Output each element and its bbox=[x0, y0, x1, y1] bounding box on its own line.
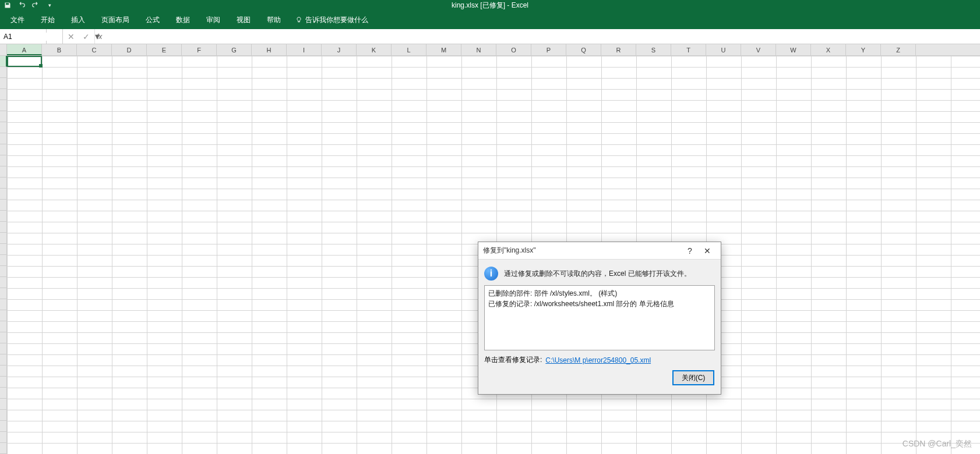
column-header[interactable]: J bbox=[322, 44, 357, 55]
row-header[interactable] bbox=[0, 321, 7, 332]
column-header[interactable]: K bbox=[357, 44, 392, 55]
column-header[interactable]: N bbox=[461, 44, 496, 55]
row-header[interactable] bbox=[0, 78, 7, 89]
quick-access-toolbar: ▾ bbox=[0, 1, 55, 9]
column-header[interactable]: X bbox=[811, 44, 846, 55]
row-header[interactable] bbox=[0, 288, 7, 299]
column-header[interactable]: M bbox=[426, 44, 461, 55]
column-header[interactable]: Q bbox=[566, 44, 601, 55]
row-header[interactable] bbox=[0, 354, 7, 366]
row-header[interactable] bbox=[0, 399, 7, 410]
column-header[interactable]: S bbox=[636, 44, 671, 55]
column-headers: ABCDEFGHIJKLMNOPQRSTUVWXYZ bbox=[7, 44, 980, 56]
formula-bar: ▾ ✕ ✓ fx bbox=[0, 29, 980, 44]
column-header[interactable]: B bbox=[42, 44, 77, 55]
dialog-link-label: 单击查看修复记录: bbox=[484, 355, 542, 365]
row-header[interactable] bbox=[0, 222, 7, 233]
dialog-titlebar[interactable]: 修复到"king.xlsx" ? ✕ bbox=[478, 242, 721, 260]
row-header[interactable] bbox=[0, 67, 7, 78]
cancel-formula-icon[interactable]: ✕ bbox=[66, 32, 76, 41]
tab-insert[interactable]: 插入 bbox=[63, 10, 93, 29]
row-header[interactable] bbox=[0, 377, 7, 388]
row-header[interactable] bbox=[0, 233, 7, 244]
row-header[interactable] bbox=[0, 266, 7, 277]
column-headers-row: ABCDEFGHIJKLMNOPQRSTUVWXYZ bbox=[0, 44, 980, 56]
row-header[interactable] bbox=[0, 366, 7, 377]
column-header[interactable]: U bbox=[706, 44, 741, 55]
column-header[interactable]: W bbox=[776, 44, 811, 55]
tell-me-search[interactable]: 告诉我你想要做什么 bbox=[295, 15, 368, 25]
row-header[interactable] bbox=[0, 211, 7, 222]
row-header[interactable] bbox=[0, 200, 7, 211]
column-header[interactable]: R bbox=[601, 44, 636, 55]
active-cell-outline bbox=[7, 56, 42, 67]
tab-view[interactable]: 视图 bbox=[228, 10, 259, 29]
row-headers bbox=[0, 56, 7, 454]
row-header[interactable] bbox=[0, 388, 7, 399]
row-header[interactable] bbox=[0, 155, 7, 166]
dialog-help-button[interactable]: ? bbox=[681, 242, 699, 260]
row-header[interactable] bbox=[0, 133, 7, 144]
row-header[interactable] bbox=[0, 56, 7, 67]
dialog-message: 通过修复或删除不可读取的内容，Excel 已能够打开该文件。 bbox=[504, 269, 691, 279]
tab-formulas[interactable]: 公式 bbox=[138, 10, 168, 29]
enter-formula-icon[interactable]: ✓ bbox=[82, 32, 91, 41]
column-header[interactable]: P bbox=[531, 44, 566, 55]
formula-bar-spacer bbox=[47, 29, 63, 44]
dialog-close-button[interactable]: ✕ bbox=[699, 242, 716, 260]
fill-handle[interactable] bbox=[39, 64, 43, 68]
row-header[interactable] bbox=[0, 310, 7, 321]
row-header[interactable] bbox=[0, 100, 7, 111]
row-header[interactable] bbox=[0, 443, 7, 454]
column-header[interactable]: H bbox=[252, 44, 287, 55]
column-header[interactable]: C bbox=[77, 44, 112, 55]
row-header[interactable] bbox=[0, 332, 7, 343]
column-header[interactable]: E bbox=[147, 44, 182, 55]
tab-file[interactable]: 文件 bbox=[2, 10, 33, 29]
column-header[interactable]: L bbox=[392, 44, 426, 55]
row-header[interactable] bbox=[0, 421, 7, 432]
qat-dropdown-icon[interactable]: ▾ bbox=[44, 1, 55, 9]
select-all-corner[interactable] bbox=[0, 44, 7, 56]
undo-icon[interactable] bbox=[16, 1, 27, 9]
row-header[interactable] bbox=[0, 166, 7, 178]
column-header[interactable]: I bbox=[287, 44, 322, 55]
column-header[interactable]: V bbox=[741, 44, 776, 55]
formula-bar-buttons: ✕ ✓ fx bbox=[63, 29, 109, 44]
tab-home[interactable]: 开始 bbox=[33, 10, 63, 29]
column-header[interactable]: D bbox=[112, 44, 147, 55]
column-header[interactable]: Z bbox=[881, 44, 916, 55]
redo-icon[interactable] bbox=[30, 1, 41, 9]
tab-data[interactable]: 数据 bbox=[168, 10, 198, 29]
tab-help[interactable]: 帮助 bbox=[259, 10, 289, 29]
tab-page-layout[interactable]: 页面布局 bbox=[93, 10, 138, 29]
row-header[interactable] bbox=[0, 189, 7, 200]
tab-review[interactable]: 审阅 bbox=[198, 10, 228, 29]
column-header[interactable]: G bbox=[217, 44, 252, 55]
column-header[interactable]: T bbox=[671, 44, 706, 55]
formula-input[interactable] bbox=[109, 29, 980, 44]
watermark: CSDN @Carl_奕然 bbox=[903, 439, 972, 449]
row-header[interactable] bbox=[0, 89, 7, 100]
row-header[interactable] bbox=[0, 343, 7, 354]
row-header[interactable] bbox=[0, 277, 7, 288]
column-header[interactable]: F bbox=[182, 44, 217, 55]
window-title: king.xlsx [已修复] - Excel bbox=[452, 1, 528, 10]
row-header[interactable] bbox=[0, 144, 7, 155]
row-header[interactable] bbox=[0, 432, 7, 443]
row-header[interactable] bbox=[0, 299, 7, 310]
row-header[interactable] bbox=[0, 111, 7, 122]
row-header[interactable] bbox=[0, 178, 7, 189]
row-header[interactable] bbox=[0, 255, 7, 266]
save-icon[interactable] bbox=[2, 1, 13, 9]
row-header[interactable] bbox=[0, 410, 7, 421]
column-header[interactable]: Y bbox=[846, 44, 881, 55]
repair-log-link[interactable]: C:\Users\M p\error254800_05.xml bbox=[545, 356, 651, 364]
close-button[interactable]: 关闭(C) bbox=[673, 371, 714, 385]
dialog-repair-list[interactable]: 已删除的部件: 部件 /xl/styles.xml。 (样式) 已修复的记录: … bbox=[484, 285, 715, 350]
column-header[interactable]: O bbox=[496, 44, 531, 55]
fx-icon[interactable]: fx bbox=[97, 33, 105, 41]
column-header[interactable]: A bbox=[7, 44, 42, 55]
row-header[interactable] bbox=[0, 122, 7, 133]
row-header[interactable] bbox=[0, 244, 7, 255]
